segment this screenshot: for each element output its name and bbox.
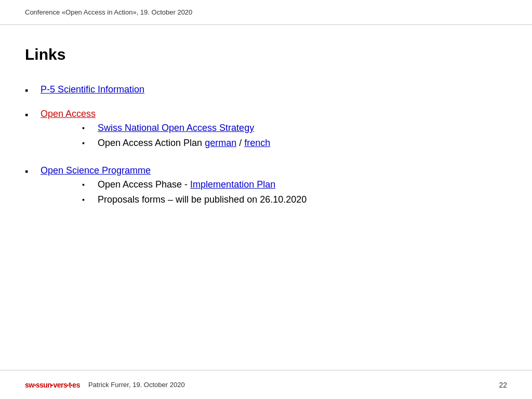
- footer-author: Patrick Furrer, 19. October 2020: [88, 381, 185, 389]
- open-science-container: Open Science Programme ▪ Open Access Pha…: [41, 165, 307, 209]
- list-item-swiss-national: ▪ Swiss National Open Access Strategy: [82, 123, 270, 134]
- list-item-p5: ▪ P-5 Scientific Information: [25, 84, 507, 96]
- proposals-text: Proposals forms – will be published on 2…: [98, 194, 307, 205]
- oa-phase-prefix: Open Access Phase -: [98, 179, 190, 190]
- header-bar: Conference «Open Access in Action», 19. …: [0, 0, 532, 25]
- sub-bullet-marker: ▪: [82, 124, 92, 132]
- action-plan-text: Open Access Action Plan german / french: [98, 138, 270, 149]
- german-link[interactable]: german: [205, 138, 236, 148]
- sub-bullet-marker: ▪: [82, 139, 92, 147]
- french-link[interactable]: french: [244, 138, 270, 148]
- footer: swssunverstes Patrick Furrer, 19. Octobe…: [0, 370, 532, 399]
- p5-link[interactable]: P-5 Scientific Information: [41, 84, 144, 95]
- open-access-sub-list: ▪ Swiss National Open Access Strategy ▪ …: [41, 123, 270, 149]
- bullet-marker: ▪: [25, 85, 35, 96]
- footer-left: swssunverstes Patrick Furrer, 19. Octobe…: [25, 381, 185, 389]
- oa-phase-text: Open Access Phase - Implementation Plan: [98, 179, 275, 190]
- p5-link-container: P-5 Scientific Information: [41, 84, 144, 95]
- implementation-plan-link[interactable]: Implementation Plan: [190, 179, 275, 190]
- open-science-sub-list: ▪ Open Access Phase - Implementation Pla…: [41, 179, 307, 205]
- page-title: Links: [25, 46, 507, 63]
- main-bullet-list: ▪ P-5 Scientific Information ▪ Open Acce…: [25, 84, 507, 209]
- open-access-container: Open Access ▪ Swiss National Open Access…: [41, 109, 270, 153]
- swissuniversities-logo: swssunverstes: [25, 381, 80, 389]
- action-plan-prefix: Open Access Action Plan: [98, 138, 205, 148]
- slash-separator: /: [236, 138, 244, 148]
- swiss-national-link[interactable]: Swiss National Open Access Strategy: [98, 123, 254, 134]
- list-item-proposals: ▪ Proposals forms – will be published on…: [82, 194, 307, 205]
- list-item-open-science: ▪ Open Science Programme ▪ Open Access P…: [25, 165, 507, 209]
- sub-bullet-marker: ▪: [82, 195, 92, 204]
- open-access-link[interactable]: Open Access: [41, 109, 96, 119]
- conference-title: Conference «Open Access in Action», 19. …: [25, 8, 192, 16]
- list-item-action-plan: ▪ Open Access Action Plan german / frenc…: [82, 138, 270, 149]
- list-item-oa-phase: ▪ Open Access Phase - Implementation Pla…: [82, 179, 307, 190]
- footer-page-number: 22: [499, 381, 507, 389]
- main-content: Links ▪ P-5 Scientific Information ▪ Ope…: [25, 25, 507, 368]
- list-item-open-access: ▪ Open Access ▪ Swiss National Open Acce…: [25, 109, 507, 153]
- sub-bullet-marker: ▪: [82, 180, 92, 189]
- open-science-link[interactable]: Open Science Programme: [41, 165, 151, 176]
- bullet-marker: ▪: [25, 166, 35, 177]
- bullet-marker: ▪: [25, 110, 35, 121]
